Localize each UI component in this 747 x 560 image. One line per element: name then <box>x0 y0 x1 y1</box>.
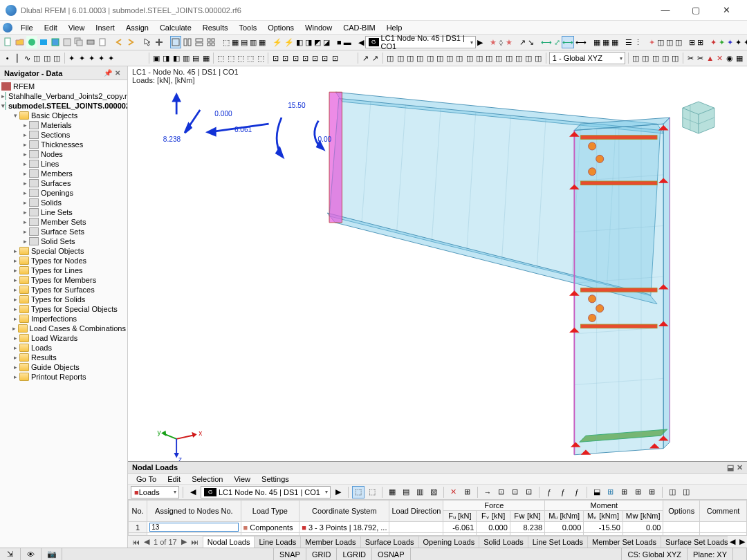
nav-basic-mem[interactable]: ▸Members <box>0 169 127 178</box>
ts-j[interactable]: ◩ <box>313 36 322 48</box>
bp-tb-a[interactable]: ⬚ <box>352 486 365 498</box>
tb2-y[interactable]: ⊡ <box>290 52 299 64</box>
nav-model-1[interactable]: ▾submodel.STEEL_JOINTS.000002.rf6* <box>0 101 127 111</box>
loadcase-combo[interactable]: G LC1 Node No. 45 | DS1 | CO1 <box>365 36 476 48</box>
ts-z[interactable]: ◫ <box>665 36 674 48</box>
page-next[interactable]: ▶ <box>180 537 188 546</box>
tb2-ae[interactable]: ↗ <box>371 52 380 64</box>
tb2-aw[interactable]: ◫ <box>641 52 650 64</box>
open2-button[interactable] <box>26 36 37 48</box>
tb2-ak[interactable]: ◫ <box>435 52 444 64</box>
ts-v[interactable]: ☰ <box>625 36 633 48</box>
printpreview-button[interactable] <box>97 36 108 48</box>
tb2-b[interactable]: ⎮ <box>12 52 21 64</box>
nav-folder[interactable]: ▸Load Wizards <box>0 333 127 343</box>
menu-assign[interactable]: Assign <box>120 22 154 33</box>
ax1[interactable]: ✦ <box>710 36 717 48</box>
ax4[interactable]: ✦ <box>735 36 742 48</box>
bp-tb-v[interactable]: ◫ <box>680 486 692 498</box>
tb2-j[interactable]: ✦ <box>97 52 106 64</box>
ts-d[interactable]: ▥ <box>249 36 257 48</box>
lc-next-button[interactable]: ▶ <box>477 36 483 48</box>
tb2-bf[interactable]: ▦ <box>735 52 744 64</box>
bp-close-icon[interactable]: ✕ <box>737 463 743 472</box>
ax3[interactable]: ✦ <box>726 36 734 48</box>
bp-tb-p[interactable]: ⬓ <box>591 486 603 498</box>
ts-q[interactable]: ↗ <box>519 36 526 48</box>
tb2-ba[interactable]: ✂ <box>686 52 695 64</box>
tb2-ay[interactable]: ◫ <box>661 52 670 64</box>
bp-tb-g[interactable]: ✕ <box>448 486 460 498</box>
bp-tb-f[interactable]: ▧ <box>427 486 440 498</box>
bp-entity-combo[interactable]: ■ Loads <box>131 486 179 498</box>
nav-basic-objects[interactable]: ▾Basic Objects <box>0 111 127 120</box>
bp-tb-c[interactable]: ▦ <box>386 486 398 498</box>
nav-folder[interactable]: ▸Imperfections <box>0 314 127 324</box>
bp-tab[interactable]: Surface Loads <box>360 536 419 548</box>
ts-e[interactable]: ▦ <box>258 36 266 48</box>
bp-tb-e[interactable]: ▥ <box>414 486 426 498</box>
nav-folder[interactable]: ▸Types for Nodes <box>0 256 127 265</box>
ts-r[interactable]: ↘ <box>527 36 535 48</box>
tb2-bd[interactable]: ✕ <box>715 52 724 64</box>
tb2-ao[interactable]: ◫ <box>474 52 483 64</box>
bp-menu-edit[interactable]: Edit <box>162 474 186 484</box>
menu-cadbim[interactable]: CAD-BIM <box>338 22 380 33</box>
bp-tab[interactable]: Nodal Loads <box>203 536 255 548</box>
nav-folder[interactable]: ▸Load Cases & Combinations <box>0 324 127 333</box>
bp-tb-t[interactable]: ⊞ <box>646 486 658 498</box>
nav-folder[interactable]: ▸Guide Objects <box>0 362 127 372</box>
nav-basic-dot[interactable]: ▸Nodes <box>0 149 127 159</box>
ts-p[interactable]: ★ <box>505 36 513 48</box>
bp-tab[interactable]: Surface Set Loads <box>661 536 728 548</box>
nav-folder[interactable]: ▸Types for Surfaces <box>0 285 127 295</box>
bp-menu-settings[interactable]: Settings <box>256 474 295 484</box>
tb2-ad[interactable]: ↗ <box>361 52 370 64</box>
print-button[interactable] <box>85 36 96 48</box>
ax2[interactable]: ✦ <box>718 36 726 48</box>
tb2-q[interactable]: ▦ <box>201 52 210 64</box>
ts-o[interactable]: ⎀ <box>498 36 504 48</box>
tb2-ar[interactable]: ◫ <box>504 52 513 64</box>
nav-basic-sol[interactable]: ▸Solids <box>0 198 127 207</box>
sb-snap[interactable]: SNAP <box>274 548 306 560</box>
tb2-n[interactable]: ◧ <box>172 52 181 64</box>
view1-button[interactable] <box>170 36 181 48</box>
ts-i[interactable]: ◨ <box>304 36 313 48</box>
ts-n[interactable]: ★ <box>489 36 497 48</box>
sb-osnap[interactable]: OSNAP <box>372 548 411 560</box>
ts-aa[interactable]: ◫ <box>674 36 683 48</box>
tb2-ap[interactable]: ◫ <box>484 52 493 64</box>
menu-options[interactable]: Options <box>262 22 299 33</box>
page-first[interactable]: ⏮ <box>131 538 141 546</box>
menu-help[interactable]: Help <box>381 22 408 33</box>
tb2-m[interactable]: ◨ <box>162 52 171 64</box>
tb2-at[interactable]: ◫ <box>524 52 533 64</box>
menu-results[interactable]: Results <box>197 22 234 33</box>
open-button[interactable] <box>15 36 26 48</box>
tb2-ax[interactable]: ◫ <box>651 52 660 64</box>
bp-tb-u[interactable]: ◫ <box>666 486 679 498</box>
nav-basic-mat[interactable]: ▸Materials <box>0 120 127 130</box>
bp-lc-prev[interactable]: ◀ <box>187 486 199 498</box>
ts-u[interactable]: ▦ <box>611 36 619 48</box>
sb-lgrid[interactable]: LGRID <box>337 548 372 560</box>
save-button[interactable] <box>50 36 61 48</box>
nav-folder[interactable]: ▸Types for Solids <box>0 295 127 304</box>
nav-basic-lset[interactable]: ▸Line Sets <box>0 207 127 217</box>
bp-tab[interactable]: Line Set Loads <box>528 536 588 548</box>
ts-w[interactable]: ⋮ <box>634 36 643 48</box>
redo-button[interactable] <box>125 36 136 48</box>
table-row[interactable]: 1 ■ Components ■ 3 - 3 Points | 18.792, … <box>129 522 747 533</box>
bp-tab[interactable]: Member Loads <box>300 536 360 548</box>
bp-tab[interactable]: Line Loads <box>254 536 301 548</box>
bottom-grid[interactable]: No. Assigned to Nodes No. Load Type Coor… <box>128 500 747 535</box>
menu-calculate[interactable]: Calculate <box>154 22 197 33</box>
bp-menu-view[interactable]: View <box>228 474 256 484</box>
sb-camera-icon[interactable]: 📷 <box>42 548 62 560</box>
dim2-button[interactable]: ⤢ <box>553 36 561 48</box>
tb2-t[interactable]: ⬚ <box>236 52 245 64</box>
ts-k[interactable]: ◪ <box>322 36 331 48</box>
tb2-g[interactable]: ✦ <box>67 52 76 64</box>
tb2-z[interactable]: ⊡ <box>301 52 310 64</box>
